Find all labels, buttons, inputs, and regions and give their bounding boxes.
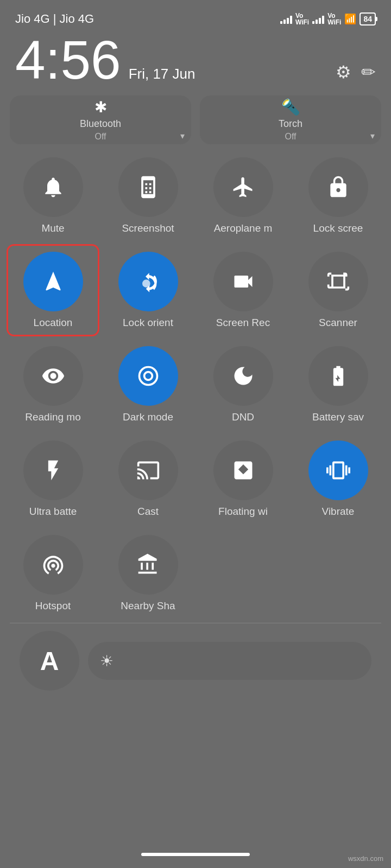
floating-wi-circle xyxy=(213,441,273,500)
mute-label: Mute xyxy=(41,222,64,234)
signal-bars-1 xyxy=(280,14,292,24)
dark-mode-tile[interactable]: Dark mode xyxy=(105,342,191,427)
lock-orient-circle xyxy=(118,252,178,311)
reading-mode-label: Reading mo xyxy=(25,411,80,423)
dnd-tile[interactable]: DND xyxy=(200,342,286,427)
cast-tile[interactable]: Cast xyxy=(105,436,191,522)
dnd-circle xyxy=(213,346,273,406)
nav-pill xyxy=(141,853,250,856)
torch-tile[interactable]: 🔦 Torch Off xyxy=(200,95,381,144)
battery-sav-circle xyxy=(308,346,368,406)
torch-label: Torch xyxy=(279,118,302,130)
ultra-batte-tile[interactable]: Ultra batte xyxy=(10,436,96,522)
lock-screen-label: Lock scree xyxy=(313,222,363,234)
bluetooth-label: Bluetooth xyxy=(80,118,121,130)
watermark: wsxdn.com xyxy=(348,854,383,863)
battery-sav-label: Battery sav xyxy=(312,411,364,423)
settings-icon[interactable]: ⚙ xyxy=(336,62,351,82)
svg-point-1 xyxy=(139,367,157,385)
scanner-label: Scanner xyxy=(319,317,357,329)
screen-rec-circle xyxy=(213,252,273,311)
divider xyxy=(10,623,381,623)
lock-screen-tile[interactable]: Lock scree xyxy=(295,153,381,239)
vibrate-label: Vibrate xyxy=(322,506,355,518)
aeroplane-circle xyxy=(213,157,273,217)
vibrate-circle xyxy=(308,441,368,500)
hotspot-circle xyxy=(23,535,83,595)
signal-bars-2 xyxy=(312,14,324,24)
dark-mode-label: Dark mode xyxy=(123,411,173,423)
nearby-share-label: Nearby Sha xyxy=(121,600,175,612)
quick-tiles-area: ✱ Bluetooth Off 🔦 Torch Off Mute Screens… xyxy=(0,95,391,691)
hotspot-tile[interactable]: Hotspot xyxy=(10,531,96,616)
wifi-icon: 📶 xyxy=(344,13,356,25)
bottom-row: A ☀ xyxy=(10,631,381,691)
screen-rec-tile[interactable]: Screen Rec xyxy=(200,247,286,333)
font-icon: A xyxy=(40,646,59,676)
mute-circle xyxy=(23,157,83,217)
bluetooth-icon: ✱ xyxy=(94,98,107,116)
top-action-icons: ⚙ ✏ xyxy=(336,62,376,90)
partial-tiles-row: ✱ Bluetooth Off 🔦 Torch Off xyxy=(10,95,381,144)
aeroplane-tile[interactable]: Aeroplane m xyxy=(200,153,286,239)
bluetooth-sublabel: Off xyxy=(94,132,106,142)
aeroplane-label: Aeroplane m xyxy=(214,222,273,234)
font-size-button[interactable]: A xyxy=(20,631,79,691)
nearby-share-tile[interactable]: Nearby Sha xyxy=(105,531,191,616)
status-bar: Jio 4G | Jio 4G VoWiFi VoWiFi 📶 84 xyxy=(0,0,391,33)
time-display: 4:56 Fri, 17 Jun xyxy=(15,33,195,90)
clock-date: Fri, 17 Jun xyxy=(129,66,195,90)
bluetooth-tile[interactable]: ✱ Bluetooth Off xyxy=(10,95,191,144)
brightness-slider[interactable]: ☀ xyxy=(88,642,371,680)
torch-icon: 🔦 xyxy=(281,98,300,116)
floating-wi-label: Floating wi xyxy=(218,506,268,518)
nearby-share-circle xyxy=(118,535,178,595)
time-date-row: 4:56 Fri, 17 Jun ⚙ ✏ xyxy=(0,33,391,95)
torch-sublabel: Off xyxy=(285,132,296,142)
reading-mode-circle xyxy=(23,346,83,406)
ultra-batte-circle xyxy=(23,441,83,500)
svg-point-0 xyxy=(142,279,150,288)
screenshot-label: Screenshot xyxy=(122,222,174,234)
cast-label: Cast xyxy=(137,506,159,518)
hotspot-label: Hotspot xyxy=(35,600,71,612)
cast-circle xyxy=(118,441,178,500)
lock-screen-circle xyxy=(308,157,368,217)
lock-orient-tile[interactable]: Lock orient xyxy=(105,247,191,333)
location-label: Location xyxy=(34,317,73,329)
location-circle xyxy=(23,252,83,311)
battery-sav-tile[interactable]: Battery sav xyxy=(295,342,381,427)
vibrate-tile[interactable]: Vibrate xyxy=(295,436,381,522)
vo-wifi-2: VoWiFi xyxy=(327,12,341,25)
tiles-grid: Mute Screenshot Aeroplane m Lock scree xyxy=(10,153,381,616)
edit-icon[interactable]: ✏ xyxy=(361,62,376,82)
battery-indicator: 84 xyxy=(360,12,376,25)
nav-bar xyxy=(0,841,391,868)
dnd-label: DND xyxy=(232,411,254,423)
lock-orient-label: Lock orient xyxy=(123,317,173,329)
vo-wifi-1: VoWiFi xyxy=(295,12,309,25)
brightness-icon: ☀ xyxy=(100,652,113,670)
floating-wi-tile[interactable]: Floating wi xyxy=(200,436,286,522)
carrier-text: Jio 4G | Jio 4G xyxy=(15,12,94,26)
screenshot-tile[interactable]: Screenshot xyxy=(105,153,191,239)
location-tile[interactable]: Location xyxy=(10,247,96,333)
reading-mode-tile[interactable]: Reading mo xyxy=(10,342,96,427)
ultra-batte-label: Ultra batte xyxy=(29,506,77,518)
scanner-tile[interactable]: Scanner xyxy=(295,247,381,333)
clock-time: 4:56 xyxy=(15,33,121,87)
mute-tile[interactable]: Mute xyxy=(10,153,96,239)
screen-rec-label: Screen Rec xyxy=(216,317,270,329)
status-icons: VoWiFi VoWiFi 📶 84 xyxy=(280,12,376,25)
screenshot-circle xyxy=(118,157,178,217)
scanner-circle xyxy=(308,252,368,311)
dark-mode-circle xyxy=(118,346,178,406)
